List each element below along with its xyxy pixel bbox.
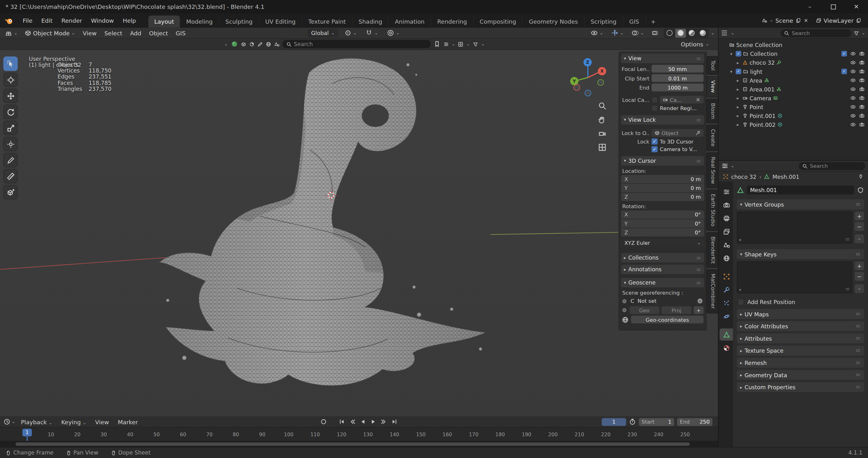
hide-eye-icon[interactable]: [850, 78, 856, 83]
outliner-row-light[interactable]: ▾✓light✓: [718, 67, 868, 76]
local-camera-field[interactable]: Ca...: [660, 96, 704, 104]
sidebar-tab-view[interactable]: View: [706, 76, 718, 97]
workspace-tab-geometry-nodes[interactable]: Geometry Nodes: [523, 16, 585, 28]
outliner-row-point[interactable]: ▸Point: [718, 102, 868, 111]
tool-box-select-button[interactable]: [3, 57, 18, 71]
shading-wireframe-button[interactable]: [664, 28, 675, 37]
hide-eye-icon[interactable]: [850, 95, 856, 101]
expander-icon[interactable]: ▸: [735, 96, 741, 101]
section-header-color-attributes[interactable]: ▸Color Attributes: [737, 321, 864, 331]
viewport-menu-gis[interactable]: GIS: [172, 30, 189, 36]
play-reverse-button[interactable]: [358, 417, 368, 426]
remove-shape-key-button[interactable]: −: [855, 272, 864, 281]
outliner-search-input[interactable]: [792, 30, 848, 36]
tool-transform-button[interactable]: [3, 137, 18, 151]
grip-icon[interactable]: [696, 56, 702, 61]
cursor-location-z-field[interactable]: Z0 m: [621, 193, 704, 201]
vertex-groups-list[interactable]: ▸: [737, 212, 852, 244]
xray-toggle[interactable]: [649, 29, 661, 37]
frame-start-field[interactable]: Start1: [639, 418, 674, 426]
gizmo-y-negative[interactable]: [597, 79, 604, 86]
current-frame-field[interactable]: 1: [601, 418, 626, 426]
asset-scene-icon[interactable]: [274, 41, 280, 47]
render-region-checkbox[interactable]: [651, 105, 657, 111]
lock-object-field[interactable]: Object: [651, 129, 704, 137]
viewport-menu-select[interactable]: Select: [100, 30, 126, 36]
sidebar-tab-create[interactable]: Create: [706, 125, 718, 151]
geoscene-header[interactable]: ▾ Geoscene: [621, 278, 704, 287]
properties-tab-scene[interactable]: [719, 239, 733, 251]
grip-icon[interactable]: [696, 280, 702, 286]
camera-view-icon[interactable]: [598, 129, 607, 138]
expander-icon[interactable]: ▸: [735, 78, 741, 83]
properties-tab-render[interactable]: [719, 199, 733, 211]
properties-tab-object-data[interactable]: [719, 328, 733, 341]
expander-icon[interactable]: ▸: [735, 113, 741, 118]
overlays-dropdown[interactable]: ⌄: [629, 29, 647, 37]
zoom-icon[interactable]: [598, 101, 607, 110]
blender-logo-icon[interactable]: [4, 16, 14, 25]
expander-icon[interactable]: ▾: [728, 51, 734, 56]
filter-icon[interactable]: [854, 30, 860, 36]
render-visibility-icon[interactable]: [859, 122, 865, 127]
outliner-row-choco-32[interactable]: ▸choco 32: [718, 58, 868, 67]
workspace-tab-compositing[interactable]: Compositing: [473, 16, 523, 28]
clear-icon[interactable]: [695, 97, 701, 102]
menu-window[interactable]: Window: [86, 17, 118, 24]
asset-material-icon[interactable]: [249, 41, 255, 47]
section-header-custom-properties[interactable]: ▸Custom Properties: [737, 382, 864, 392]
add-rest-position-checkbox[interactable]: [738, 299, 744, 305]
next-keyframe-button[interactable]: [379, 417, 389, 426]
outliner-row-camera[interactable]: ▸Camera: [718, 94, 868, 102]
expander-icon[interactable]: ▸: [735, 122, 741, 127]
proportional-edit-dropdown[interactable]: ⌄: [384, 29, 402, 37]
grip-icon[interactable]: [696, 117, 702, 123]
tool-rotate-button[interactable]: [3, 105, 18, 119]
local-camera-checkbox[interactable]: [651, 96, 657, 102]
hide-eye-icon[interactable]: [850, 122, 856, 127]
workspace-tab-animation[interactable]: Animation: [389, 16, 431, 28]
panel-header-collections[interactable]: ▸Collections: [621, 253, 704, 263]
cursor-rotation-z-field[interactable]: Z0°: [621, 228, 704, 236]
tool-annotate-button[interactable]: [3, 153, 18, 167]
previous-keyframe-button[interactable]: [348, 417, 357, 426]
radio-icon[interactable]: [622, 307, 627, 313]
collection-checkbox[interactable]: ✓: [841, 51, 847, 57]
outliner-row-point-002[interactable]: ▸Point.002: [718, 120, 868, 129]
workspace-tab-rendering[interactable]: Rendering: [431, 16, 474, 28]
timeline-menu-keying[interactable]: Keying ⌄: [57, 418, 91, 425]
section-header-texture-space[interactable]: ▸Texture Space: [737, 346, 864, 356]
properties-editor-icon[interactable]: [721, 162, 728, 170]
cursor-rotation-y-field[interactable]: Y0°: [621, 219, 704, 227]
section-header-geometry-data[interactable]: ▸Geometry Data: [737, 370, 864, 380]
properties-tab-tool[interactable]: [719, 185, 733, 198]
expander-icon[interactable]: ▸: [735, 87, 741, 92]
eyedropper-icon[interactable]: [695, 130, 701, 136]
minimize-button[interactable]: –: [798, 0, 822, 13]
timeline-ruler[interactable]: 1102030405060708090100110120130140150160…: [0, 428, 718, 441]
render-visibility-icon[interactable]: [859, 51, 865, 57]
outliner-row-scene-collection[interactable]: Scene Collection: [718, 40, 868, 49]
shape-keys-header[interactable]: ▾ Shape Keys: [737, 249, 864, 259]
panel-header-annotations[interactable]: ▸Annotations: [621, 265, 704, 274]
lock-3d-cursor-checkbox[interactable]: ✓: [651, 139, 657, 145]
hide-eye-icon[interactable]: [850, 104, 856, 110]
view-panel-header[interactable]: ▾ View: [621, 54, 704, 63]
gizmo-x-negative[interactable]: [574, 84, 580, 91]
camera-to-view-checkbox[interactable]: ✓: [651, 146, 657, 152]
hide-eye-icon[interactable]: [850, 60, 856, 66]
number-field-clip-start[interactable]: 0.01 m: [651, 74, 704, 82]
menu-help[interactable]: Help: [118, 17, 140, 24]
properties-tab-material[interactable]: [719, 342, 733, 354]
tool-scale-button[interactable]: [3, 121, 18, 135]
expander-icon[interactable]: ▾: [728, 69, 734, 74]
pin-icon[interactable]: [858, 174, 864, 180]
remove-vertex-group-button[interactable]: −: [855, 222, 864, 231]
new-viewlayer-icon[interactable]: [856, 18, 861, 23]
gizmo-x-axis[interactable]: X: [598, 67, 606, 75]
add-crs-button[interactable]: +: [694, 306, 704, 314]
new-scene-icon[interactable]: [796, 18, 801, 23]
workspace-tab-shading[interactable]: Shading: [352, 16, 389, 28]
timeline-menu-playback[interactable]: Playback ⌄: [17, 418, 57, 425]
workspace-tab-scripting[interactable]: Scripting: [585, 16, 623, 28]
